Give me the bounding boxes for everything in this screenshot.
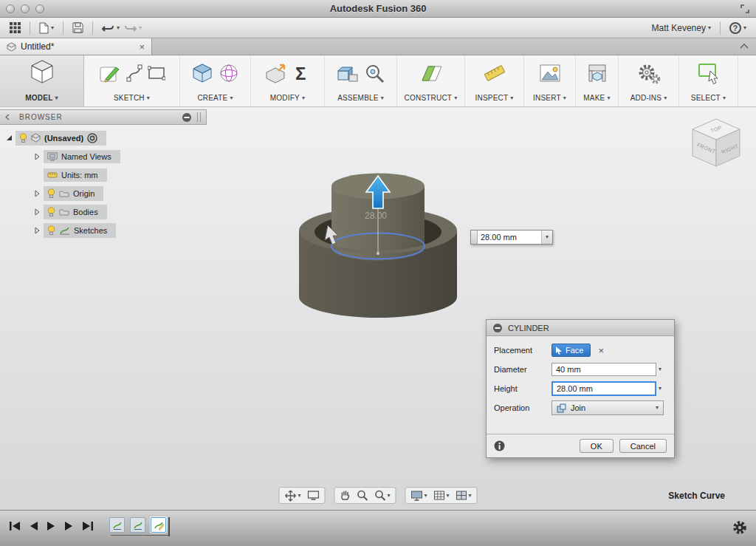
save-button[interactable] bbox=[70, 21, 86, 35]
collapse-panel-icon[interactable] bbox=[5, 114, 14, 120]
redo-button[interactable]: ▾ bbox=[122, 21, 144, 35]
ribbon-group-label[interactable]: INSERT bbox=[533, 94, 561, 102]
ribbon-group-label[interactable]: INSPECT bbox=[475, 94, 509, 102]
close-window-button[interactable] bbox=[6, 4, 15, 13]
operation-dropdown[interactable]: Join ▾ bbox=[551, 400, 664, 415]
clear-selection-icon[interactable]: × bbox=[598, 346, 604, 355]
timeline-playhead[interactable] bbox=[168, 517, 170, 536]
skip-to-start-icon[interactable] bbox=[9, 520, 21, 532]
expander-closed-icon[interactable] bbox=[35, 153, 40, 160]
collapse-ribbon-icon[interactable] bbox=[739, 43, 749, 50]
timeline-sketch-feature[interactable] bbox=[130, 517, 145, 533]
close-tab-icon[interactable]: × bbox=[139, 42, 145, 52]
tree-row-sketches[interactable]: Sketches bbox=[0, 221, 207, 239]
tree-item-label[interactable]: Units: mm bbox=[61, 171, 98, 180]
construction-plane-icon[interactable] bbox=[419, 63, 444, 83]
cancel-button[interactable]: Cancel bbox=[619, 439, 667, 453]
timeline-settings-gear-icon[interactable] bbox=[732, 520, 747, 535]
create-primitive-icon[interactable] bbox=[191, 62, 213, 84]
user-menu-button[interactable]: Matt Keveney ▾ bbox=[650, 21, 713, 35]
ok-button[interactable]: OK bbox=[580, 439, 614, 453]
dimension-input[interactable] bbox=[478, 233, 541, 242]
viewcube[interactable]: TOP FRONT RIGHT bbox=[685, 113, 747, 178]
minimize-panel-icon[interactable] bbox=[182, 112, 192, 123]
new-component-icon[interactable] bbox=[337, 62, 359, 84]
dialog-titlebar[interactable]: CYLINDER bbox=[487, 320, 674, 336]
timeline-active-sketch-feature[interactable] bbox=[151, 517, 166, 533]
tree-row-units[interactable]: Units: mm bbox=[0, 165, 207, 184]
tree-item-label[interactable]: Bodies bbox=[73, 208, 98, 216]
expander-closed-icon[interactable] bbox=[35, 190, 40, 197]
ribbon-group-label[interactable]: SKETCH bbox=[114, 94, 145, 102]
tree-row-named-views[interactable]: Named Views bbox=[0, 147, 207, 165]
joint-search-icon[interactable] bbox=[364, 63, 385, 83]
workspace-selector[interactable]: MODEL▾ bbox=[0, 55, 84, 106]
grid-settings-button[interactable]: ▾ bbox=[434, 491, 450, 500]
measure-icon[interactable] bbox=[483, 63, 506, 83]
model-cylinder-preview[interactable] bbox=[273, 137, 495, 336]
expander-open-icon[interactable] bbox=[6, 134, 13, 141]
app-grid-button[interactable] bbox=[7, 21, 23, 35]
tree-row-root[interactable]: (Unsaved) bbox=[0, 129, 207, 147]
pan-button[interactable] bbox=[340, 490, 350, 501]
tree-item-label[interactable]: Origin bbox=[73, 189, 94, 198]
ribbon-group-label[interactable]: ADD-INS bbox=[630, 94, 662, 102]
active-document-radio-icon[interactable] bbox=[87, 133, 97, 143]
make-3dprint-icon[interactable] bbox=[587, 63, 608, 83]
document-tab-untitled[interactable]: Untitled* × bbox=[0, 38, 152, 55]
look-at-button[interactable] bbox=[307, 491, 319, 500]
ribbon-group-label[interactable]: CONSTRUCT bbox=[405, 94, 453, 102]
ribbon-group-label[interactable]: ASSEMBLE bbox=[337, 94, 379, 102]
expander-closed-icon[interactable] bbox=[35, 208, 40, 216]
form-sphere-icon[interactable] bbox=[219, 63, 239, 83]
zoom-window-button[interactable] bbox=[357, 490, 368, 501]
tree-row-origin[interactable]: Origin bbox=[0, 184, 207, 202]
select-tool-icon[interactable] bbox=[697, 62, 721, 84]
display-settings-button[interactable]: ▾ bbox=[410, 491, 427, 501]
visibility-bulb-icon[interactable] bbox=[47, 225, 55, 236]
ribbon-group-label[interactable]: MAKE bbox=[583, 94, 605, 102]
tree-root-label[interactable]: (Unsaved) bbox=[44, 134, 83, 143]
orbit-button[interactable]: ▾ bbox=[284, 490, 300, 502]
create-sketch-icon[interactable] bbox=[99, 62, 121, 84]
tree-item-label[interactable]: Named Views bbox=[61, 152, 111, 161]
face-selection-chip[interactable]: Face bbox=[551, 344, 591, 357]
addins-gears-icon[interactable] bbox=[637, 62, 661, 84]
panel-grip[interactable] bbox=[197, 112, 201, 122]
visibility-bulb-icon[interactable] bbox=[47, 207, 55, 217]
play-icon[interactable] bbox=[47, 520, 56, 532]
drag-grip[interactable] bbox=[471, 231, 478, 244]
fullscreen-icon[interactable] bbox=[740, 4, 750, 14]
ribbon-group-label[interactable]: MODIFY bbox=[270, 94, 300, 102]
step-back-icon[interactable] bbox=[29, 520, 38, 532]
viewport-3d[interactable]: 28.00 ▾ BROWSER (Unsaved) bbox=[0, 107, 756, 510]
help-menu-button[interactable]: ? ▾ bbox=[727, 21, 749, 35]
step-forward-icon[interactable] bbox=[64, 520, 74, 532]
visibility-bulb-icon[interactable] bbox=[19, 133, 27, 143]
visibility-bulb-icon[interactable] bbox=[47, 188, 55, 199]
file-menu-button[interactable]: ▾ bbox=[37, 21, 56, 35]
ribbon-group-label[interactable]: SELECT bbox=[691, 94, 721, 102]
undo-button[interactable]: ▾ bbox=[100, 21, 122, 35]
insert-image-icon[interactable] bbox=[539, 64, 561, 83]
height-input[interactable] bbox=[551, 381, 656, 396]
tree-item-label[interactable]: Sketches bbox=[74, 226, 107, 235]
collapse-dialog-icon[interactable] bbox=[492, 323, 503, 333]
timeline-sketch-feature[interactable] bbox=[109, 517, 125, 533]
sigma-icon[interactable]: Σ bbox=[292, 63, 310, 83]
viewports-button[interactable]: ▾ bbox=[456, 491, 472, 500]
tree-row-bodies[interactable]: Bodies bbox=[0, 202, 207, 221]
spline-tool-icon[interactable] bbox=[126, 64, 142, 83]
minimize-window-button[interactable] bbox=[21, 4, 30, 13]
rectangle-tool-icon[interactable] bbox=[148, 66, 165, 81]
dimension-input-box[interactable]: ▾ bbox=[470, 230, 553, 245]
expander-closed-icon[interactable] bbox=[35, 227, 40, 234]
zoom-window-button[interactable] bbox=[35, 4, 44, 13]
dimension-dropdown[interactable]: ▾ bbox=[541, 231, 552, 244]
info-icon[interactable] bbox=[494, 440, 505, 451]
chevron-down-icon[interactable]: ▾ bbox=[659, 386, 662, 392]
ribbon-group-label[interactable]: CREATE bbox=[197, 94, 227, 102]
diameter-input[interactable] bbox=[551, 363, 656, 376]
chevron-down-icon[interactable]: ▾ bbox=[659, 366, 662, 372]
press-pull-icon[interactable] bbox=[265, 62, 287, 84]
